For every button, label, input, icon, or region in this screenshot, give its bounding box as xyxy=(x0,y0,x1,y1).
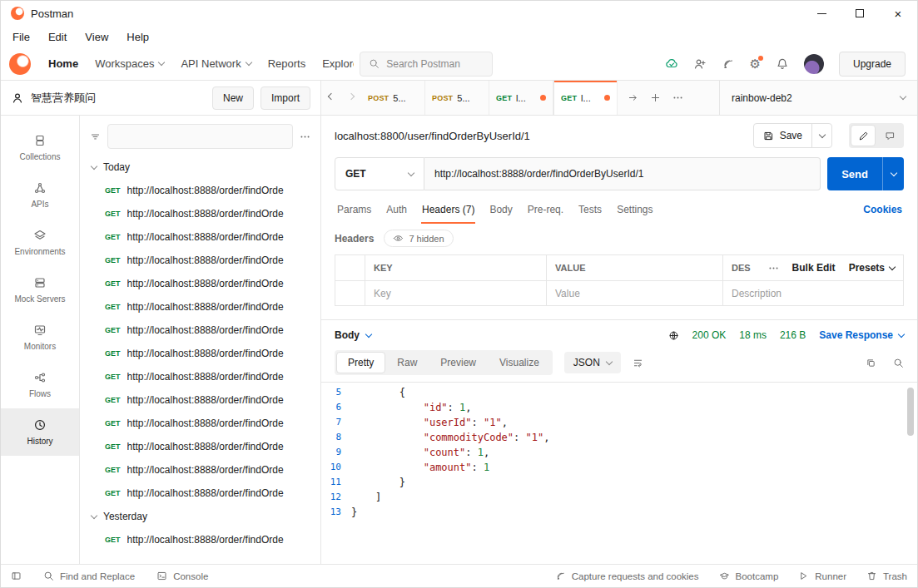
nav-workspaces[interactable]: Workspaces xyxy=(87,47,171,80)
tab-params[interactable]: Params xyxy=(330,195,379,224)
request-tab-3[interactable]: GET l... xyxy=(489,81,553,115)
view-pretty[interactable]: Pretty xyxy=(336,352,385,373)
close-button[interactable]: × xyxy=(879,1,917,26)
menu-edit[interactable]: Edit xyxy=(48,31,67,43)
comment-button[interactable] xyxy=(877,125,902,146)
workspace-title[interactable]: 智慧营养顾问 xyxy=(31,91,96,106)
nav-home[interactable]: Home xyxy=(41,47,86,80)
history-section-header[interactable]: Yesterday xyxy=(80,505,320,528)
sync-status-icon[interactable] xyxy=(665,57,678,71)
copy-icon[interactable] xyxy=(866,358,876,368)
sidebar-item-apis[interactable]: APIs xyxy=(1,171,79,219)
nav-explore[interactable]: Explore xyxy=(315,47,361,80)
sidebar-toggle-button[interactable] xyxy=(11,571,22,581)
save-options-chevron[interactable] xyxy=(811,124,831,147)
sidebar-item-flows[interactable]: Flows xyxy=(1,361,79,408)
bulk-edit-button[interactable]: Bulk Edit xyxy=(792,262,836,274)
send-button[interactable]: Send xyxy=(827,157,904,190)
sidebar-item-history[interactable]: History xyxy=(1,408,79,456)
new-tab-plus-icon[interactable] xyxy=(650,92,661,103)
history-item[interactable]: GET http://localhost:8888/order/findOrde xyxy=(80,365,320,388)
filter-icon[interactable] xyxy=(90,131,101,142)
sidebar-item-mock-servers[interactable]: Mock Servers xyxy=(1,266,79,314)
global-search-input[interactable]: Search Postman xyxy=(360,52,493,77)
history-item[interactable]: GET http://localhost:8888/order/findOrde xyxy=(80,225,320,249)
history-options-icon[interactable] xyxy=(300,131,310,142)
invite-user-icon[interactable] xyxy=(693,57,707,71)
history-filter-input[interactable] xyxy=(107,124,293,149)
save-button[interactable]: Save xyxy=(753,123,832,148)
history-item[interactable]: GET http://localhost:8888/order/findOrde xyxy=(80,482,320,505)
history-item[interactable]: GET http://localhost:8888/order/findOrde xyxy=(80,319,320,342)
capture-icon[interactable] xyxy=(722,57,735,71)
header-description-input[interactable]: Description xyxy=(723,281,903,305)
tabs-scroll-right-icon[interactable] xyxy=(341,81,361,115)
tab-auth[interactable]: Auth xyxy=(379,195,414,224)
history-item[interactable]: GET http://localhost:8888/order/findOrde xyxy=(80,272,320,295)
view-visualize[interactable]: Visualize xyxy=(488,352,551,373)
hidden-headers-toggle[interactable]: 7 hidden xyxy=(384,230,453,247)
console-button[interactable]: Console xyxy=(156,571,208,581)
history-item[interactable]: GET http://localhost:8888/order/findOrde xyxy=(80,435,320,458)
history-item[interactable]: GET http://localhost:8888/order/findOrde xyxy=(80,295,320,319)
presets-button[interactable]: Presets xyxy=(849,262,895,274)
response-body-select[interactable]: Body xyxy=(335,329,371,341)
menu-file[interactable]: File xyxy=(12,31,30,43)
tab-settings[interactable]: Settings xyxy=(609,195,660,224)
view-preview[interactable]: Preview xyxy=(429,352,488,373)
header-key-input[interactable]: Key xyxy=(365,281,547,305)
environment-selector[interactable]: rainbow-deb2 xyxy=(719,81,917,115)
format-select[interactable]: JSON xyxy=(564,352,621,373)
arrow-right-icon[interactable] xyxy=(628,92,638,103)
menu-view[interactable]: View xyxy=(85,31,108,43)
bootcamp-button[interactable]: Bootcamp xyxy=(719,571,779,581)
nav-reports[interactable]: Reports xyxy=(261,47,314,80)
history-item[interactable]: GET http://localhost:8888/order/findOrde xyxy=(80,342,320,365)
menu-help[interactable]: Help xyxy=(127,31,149,43)
search-response-icon[interactable] xyxy=(893,358,904,368)
save-response-button[interactable]: Save Response xyxy=(819,329,904,341)
minimize-button[interactable] xyxy=(802,1,841,26)
capture-requests-button[interactable]: Capture requests and cookies xyxy=(555,571,699,581)
request-tab-1[interactable]: POST 5... xyxy=(361,81,425,115)
new-button[interactable]: New xyxy=(212,86,254,110)
table-options-icon[interactable] xyxy=(768,263,779,274)
settings-gear-icon[interactable]: ⚙ xyxy=(750,57,761,70)
upgrade-button[interactable]: Upgrade xyxy=(839,52,906,77)
nav-api-network[interactable]: API Network xyxy=(173,47,258,80)
tab-headers[interactable]: Headers (7) xyxy=(414,195,482,224)
request-tab-4-active[interactable]: GET l... xyxy=(553,81,618,115)
tab-options-icon[interactable] xyxy=(672,92,683,103)
history-item[interactable]: GET http://localhost:8888/order/findOrde xyxy=(80,388,320,412)
tab-pre-req[interactable]: Pre-req. xyxy=(520,195,571,224)
sidebar-item-monitors[interactable]: Monitors xyxy=(1,314,79,361)
scrollbar-thumb[interactable] xyxy=(907,388,914,436)
history-item[interactable]: GET http://localhost:8888/order/findOrde xyxy=(80,528,320,551)
tabs-scroll-left-icon[interactable] xyxy=(321,81,341,115)
maximize-button[interactable] xyxy=(841,1,879,26)
import-button[interactable]: Import xyxy=(261,86,310,110)
method-select[interactable]: GET xyxy=(335,157,424,190)
edit-request-button[interactable] xyxy=(851,125,876,146)
response-code[interactable]: 5{6"id": 1,7"userId": "1",8"commodityCod… xyxy=(321,382,917,564)
view-raw[interactable]: Raw xyxy=(385,352,429,373)
tab-body[interactable]: Body xyxy=(482,195,519,224)
find-and-replace-button[interactable]: Find and Replace xyxy=(43,571,135,581)
request-tab-2[interactable]: POST 5... xyxy=(425,81,489,115)
sidebar-item-collections[interactable]: Collections xyxy=(1,124,79,171)
runner-button[interactable]: Runner xyxy=(798,571,846,581)
cookies-link[interactable]: Cookies xyxy=(863,204,902,215)
url-input[interactable]: http://localhost:8888/order/findOrderByU… xyxy=(424,157,821,190)
sidebar-item-environments[interactable]: Environments xyxy=(1,219,79,266)
history-item[interactable]: GET http://localhost:8888/order/findOrde xyxy=(80,179,320,202)
globe-icon[interactable] xyxy=(668,330,679,341)
send-options-chevron[interactable] xyxy=(882,157,904,190)
history-section-header[interactable]: Today xyxy=(80,156,320,179)
postman-logo-icon[interactable] xyxy=(9,53,31,75)
tab-tests[interactable]: Tests xyxy=(571,195,609,224)
wrap-lines-icon[interactable] xyxy=(633,358,643,368)
user-avatar[interactable] xyxy=(804,54,824,74)
trash-button[interactable]: Trash xyxy=(866,571,907,581)
notifications-bell-icon[interactable] xyxy=(776,57,789,71)
history-item[interactable]: GET http://localhost:8888/order/findOrde xyxy=(80,249,320,272)
